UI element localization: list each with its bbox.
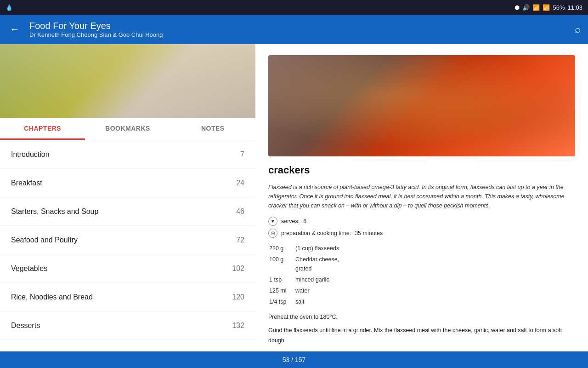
prep-meta: ◎ preparation & cooking time: 35 minutes [268, 229, 575, 238]
ingredient-row: 1/4 tspsalt [269, 297, 574, 307]
ingredient-row: 100 gCheddar cheese, grated [269, 254, 574, 274]
book-author: Dr Kenneth Fong Choong Sian & Goo Chui H… [29, 31, 567, 38]
chapter-name: Breakfast [11, 179, 42, 187]
food-image-inner [268, 55, 575, 156]
search-button[interactable]: ⌕ [575, 23, 581, 35]
chapter-page: 24 [236, 179, 244, 187]
ingredient-amount: 220 g [269, 243, 294, 253]
ingredient-amount: 125 ml [269, 286, 294, 296]
ingredient-amount: 1/4 tsp [269, 297, 294, 307]
book-cover-overlay [0, 44, 255, 118]
clock-icon: ◎ [268, 229, 277, 238]
recipe-title-en: crackers [268, 162, 575, 178]
ingredient-row: 125 mlwater [269, 286, 574, 296]
ingredient-amount: 1 tsp [269, 275, 294, 285]
wifi-icon: 📶 [532, 4, 540, 11]
chapter-name: Vegetables [11, 264, 47, 273]
time-text: 11:03 [567, 4, 582, 11]
pagination-text: 53 / 157 [283, 356, 306, 363]
right-panel: crackers Flaxseed is a rich source of pl… [255, 44, 588, 351]
chapter-name: Seafood and Poultry [11, 236, 78, 244]
serves-meta: ♥ serves: 6 [268, 217, 575, 226]
chapter-name: Rice, Noodles and Bread [11, 293, 93, 301]
chapter-item[interactable]: Starters, Snacks and Soup46 [0, 197, 255, 226]
signal-icon: 📶 [543, 4, 550, 11]
volume-icon: 🔊 [522, 4, 530, 11]
app-title-area: Food For Your Eyes Dr Kenneth Fong Choon… [29, 21, 567, 38]
chapter-item[interactable]: Seafood and Poultry72 [0, 226, 255, 254]
status-left: 💧 [6, 4, 13, 11]
recipe-step: Preheat the oven to 180°C. [268, 312, 575, 322]
chapter-name: Desserts [11, 322, 40, 330]
tab-bookmarks[interactable]: BOOKMARKS [85, 118, 170, 140]
chapter-list: Introduction7Breakfast24Starters, Snacks… [0, 140, 255, 351]
tab-chapters[interactable]: CHAPTERS [0, 118, 85, 140]
ingredient-item [351, 254, 574, 274]
tab-notes[interactable]: NOTES [170, 118, 255, 140]
chapter-item[interactable]: Breakfast24 [0, 169, 255, 197]
bottom-bar: 53 / 157 [0, 351, 588, 368]
book-cover [0, 44, 255, 118]
status-right: ⬢ 🔊 📶 📶 56% 11:03 [514, 4, 582, 11]
battery-text: 56% [553, 4, 565, 11]
ingredient-unit: Cheddar cheese, grated [295, 254, 351, 274]
top-bar: ← Food For Your Eyes Dr Kenneth Fong Cho… [0, 15, 588, 44]
chapter-page: 132 [232, 322, 244, 330]
chapter-item[interactable]: Desserts132 [0, 311, 255, 340]
book-page: crackers Flaxseed is a rich source of pl… [255, 44, 588, 351]
ingredient-item [351, 286, 574, 296]
water-drop-icon: 💧 [6, 4, 13, 11]
chapter-page: 120 [232, 293, 244, 301]
ingredient-amount: 100 g [269, 254, 294, 274]
book-title: Food For Your Eyes [29, 21, 567, 31]
back-icon: ← [10, 23, 20, 35]
serves-icon: ♥ [268, 217, 277, 226]
bluetooth-icon: ⬢ [514, 4, 520, 11]
ingredient-item [351, 243, 574, 253]
recipe-step: Press the dough onto a greased piece of … [268, 349, 575, 351]
ingredient-unit: (1 cup) flaxseeds [295, 243, 351, 253]
ingredient-row: 1 tspminced garlic [269, 275, 574, 285]
left-panel: CHAPTERS BOOKMARKS NOTES Introduction7Br… [0, 44, 255, 351]
chapter-item[interactable]: Vegetables102 [0, 254, 255, 283]
ingredient-row: 220 g(1 cup) flaxseeds [269, 243, 574, 253]
ingredient-item [351, 275, 574, 285]
ingredient-item [351, 297, 574, 307]
ingredient-unit: minced garlic [295, 275, 351, 285]
status-bar: 💧 ⬢ 🔊 📶 📶 56% 11:03 [0, 0, 588, 15]
tabs-bar: CHAPTERS BOOKMARKS NOTES [0, 118, 255, 140]
chapter-page: 72 [236, 236, 244, 244]
back-button[interactable]: ← [7, 23, 22, 35]
recipe-steps-en: Preheat the oven to 180°C.Grind the flax… [268, 312, 575, 351]
chapter-name: Introduction [11, 150, 50, 159]
recipe-description: Flaxseed is a rich source of plant-based… [268, 183, 575, 210]
chapter-item[interactable]: Introduction7 [0, 140, 255, 169]
search-icon: ⌕ [575, 23, 581, 35]
ingredient-unit: water [295, 286, 351, 296]
main-layout: CHAPTERS BOOKMARKS NOTES Introduction7Br… [0, 44, 588, 351]
ingredient-unit: salt [295, 297, 351, 307]
chapter-page: 102 [232, 264, 244, 273]
chapter-page: 46 [236, 207, 244, 216]
food-image [268, 55, 575, 156]
recipe-step: Grind the flaxseeds until fine in a grin… [268, 326, 575, 345]
chapter-item[interactable]: Rice, Noodles and Bread120 [0, 283, 255, 311]
ingredient-table-en: 220 g(1 cup) flaxseeds100 gCheddar chees… [268, 242, 575, 308]
chapter-page: 7 [240, 150, 244, 159]
chapter-name: Starters, Snacks and Soup [11, 207, 98, 216]
